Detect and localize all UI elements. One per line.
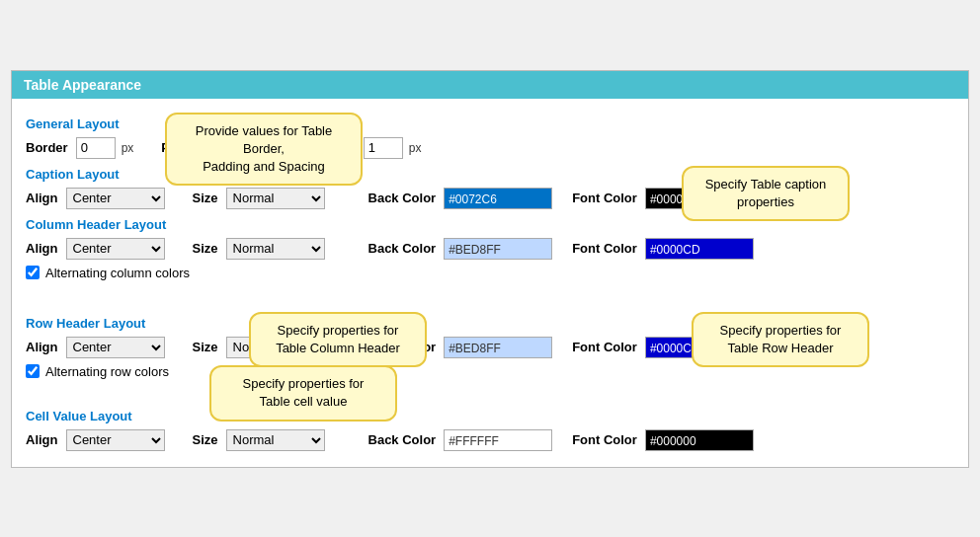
border-unit: px: [122, 141, 134, 155]
tooltip-row-header: Specify properties forTable Row Header: [692, 312, 869, 367]
tooltip-cell-value-text: Specify properties forTable cell value: [243, 376, 365, 409]
column-header-row: Align Center Left Right Size Normal Smal…: [26, 238, 954, 260]
caption-back-color-value: #0072C6: [449, 192, 497, 206]
cell-font-color-box[interactable]: #000000: [645, 429, 754, 451]
cell-back-color-label: Back Color: [368, 432, 437, 447]
col-font-color-value: #0000CD: [650, 243, 700, 257]
cell-back-color-box[interactable]: #FFFFFF: [444, 429, 552, 451]
tooltip-row-header-text: Specify properties forTable Row Header: [720, 323, 842, 355]
tooltip-border-padding-text: Provide values for Table Border,Padding …: [196, 123, 333, 174]
spacing-input[interactable]: [364, 137, 403, 159]
row-font-color-label: Font Color: [572, 340, 637, 354]
col-size-label: Size: [193, 241, 218, 256]
caption-size-label: Size: [193, 191, 218, 205]
panel-body: Provide values for Table Border,Padding …: [12, 99, 968, 467]
border-input[interactable]: [76, 137, 116, 159]
cell-align-label: Align: [26, 432, 58, 447]
col-alternating-row: Alternating column colors: [26, 266, 954, 280]
row-back-color-value: #BED8FF: [449, 342, 501, 355]
row-alternating-checkbox[interactable]: [26, 364, 40, 378]
col-alternating-checkbox[interactable]: [26, 266, 40, 279]
spacing-unit: px: [409, 141, 422, 155]
col-back-color-box[interactable]: #BED8FF: [444, 238, 552, 260]
tooltip-cell-value: Specify properties forTable cell value: [209, 365, 397, 421]
cell-value-title: Cell Value Layout: [26, 409, 954, 423]
col-align-label: Align: [26, 241, 58, 256]
main-panel: Table Appearance Provide values for Tabl…: [11, 70, 969, 468]
caption-font-color-label: Font Color: [572, 191, 637, 205]
caption-size-select[interactable]: Normal Small Large: [226, 188, 325, 209]
col-font-color-box[interactable]: #0000CD: [645, 238, 754, 260]
border-label: Border: [26, 140, 68, 155]
row-alternating-label: Alternating row colors: [45, 364, 169, 379]
caption-align-select[interactable]: Center Left Right: [66, 188, 165, 209]
row-back-color-box[interactable]: #BED8FF: [444, 337, 552, 358]
row-align-select[interactable]: Center Left Right: [66, 337, 165, 358]
panel-title: Table Appearance: [24, 77, 141, 93]
caption-back-color-label: Back Color: [368, 191, 437, 205]
col-back-color-value: #BED8FF: [449, 243, 501, 257]
col-size-select[interactable]: Normal Small Large: [226, 238, 325, 260]
cell-align-select[interactable]: Center Left Right: [66, 429, 165, 451]
panel-header: Table Appearance: [12, 71, 968, 99]
cell-value-row: Align Center Left Right Size Normal Smal…: [26, 429, 954, 451]
tooltip-col-header: Specify properties forTable Column Heade…: [249, 312, 427, 367]
col-font-color-label: Font Color: [572, 241, 637, 256]
cell-size-select[interactable]: Normal Small Large: [226, 429, 325, 451]
cell-font-color-value: #000000: [650, 434, 696, 448]
col-back-color-label: Back Color: [368, 241, 437, 256]
tooltip-caption: Specify Table captionproperties: [682, 166, 850, 221]
tooltip-col-header-text: Specify properties forTable Column Heade…: [276, 323, 400, 355]
row-align-label: Align: [26, 340, 58, 354]
caption-back-color-box[interactable]: #0072C6: [444, 188, 552, 209]
cell-size-label: Size: [193, 432, 218, 447]
cell-font-color-label: Font Color: [572, 432, 637, 447]
caption-align-label: Align: [26, 191, 58, 205]
row-size-label: Size: [193, 340, 218, 354]
col-alternating-label: Alternating column colors: [45, 266, 190, 280]
cell-back-color-value: #FFFFFF: [449, 434, 499, 448]
tooltip-caption-text: Specify Table captionproperties: [705, 177, 827, 209]
tooltip-border-padding: Provide values for Table Border,Padding …: [165, 113, 363, 187]
col-align-select[interactable]: Center Left Right: [66, 238, 165, 260]
